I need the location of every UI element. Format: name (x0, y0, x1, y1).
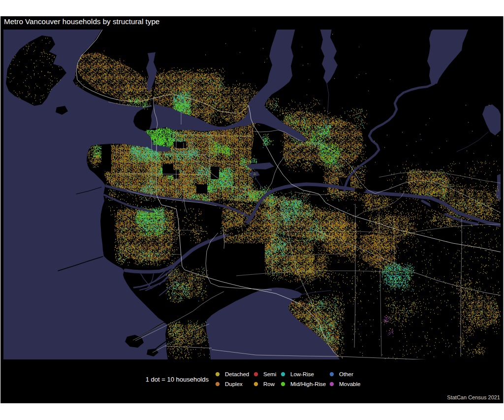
svg-text:Other: Other (339, 371, 353, 377)
svg-text:1 dot = 10 households: 1 dot = 10 households (146, 376, 209, 383)
svg-text:Metro Vancouver households by: Metro Vancouver households by structural… (4, 17, 159, 26)
svg-text:StatCan Census 2021: StatCan Census 2021 (447, 394, 500, 400)
svg-text:Movable: Movable (339, 381, 360, 387)
svg-text:Duplex: Duplex (225, 381, 243, 387)
svg-text:Row: Row (263, 381, 275, 387)
svg-text:Detached: Detached (225, 371, 249, 377)
svg-text:Semi: Semi (263, 371, 276, 377)
svg-text:Low-Rise: Low-Rise (290, 371, 314, 377)
svg-text:Mid/High-Rise: Mid/High-Rise (290, 381, 326, 387)
